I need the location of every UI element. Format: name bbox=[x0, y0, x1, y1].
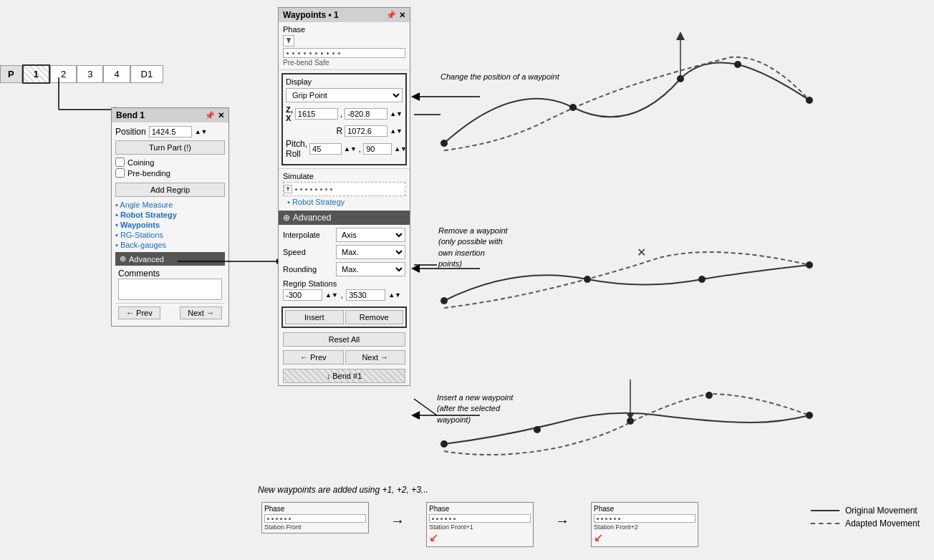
svg-point-15 bbox=[584, 276, 591, 283]
display-section: Display Grip Point Z, X , ▲▼ R ▲▼ Pitch,… bbox=[281, 73, 407, 165]
phase-arrow-1: → bbox=[390, 513, 405, 529]
insert-button[interactable]: Insert bbox=[285, 310, 344, 324]
close-icon-wp[interactable]: ✕ bbox=[399, 11, 405, 20]
svg-point-8 bbox=[734, 61, 741, 68]
diagram-change-waypoint bbox=[430, 21, 831, 193]
svg-point-25 bbox=[806, 412, 813, 419]
regrip-input1[interactable] bbox=[283, 289, 322, 301]
simulate-section: Simulate • Robot Strategy bbox=[279, 168, 410, 211]
reset-all-button[interactable]: Reset All bbox=[283, 332, 405, 347]
svg-text:✕: ✕ bbox=[637, 246, 646, 259]
prebending-label: Pre-bending bbox=[127, 169, 170, 178]
pitch-spinner[interactable]: ▲▼ bbox=[344, 145, 357, 153]
roll-input[interactable] bbox=[363, 143, 392, 155]
svg-point-17 bbox=[806, 261, 813, 269]
phase-slider[interactable] bbox=[283, 48, 405, 58]
advanced-label: Advanced bbox=[129, 255, 164, 264]
prebending-checkbox[interactable] bbox=[115, 168, 125, 178]
phase-mini-1: Phase Station Front bbox=[261, 502, 369, 534]
wp-nav-buttons: ← Prev Next → bbox=[279, 348, 410, 367]
close-icon[interactable]: ✕ bbox=[218, 111, 224, 120]
waypoints-to-panel-arrow bbox=[178, 254, 281, 269]
legend-dashed-line bbox=[811, 523, 839, 524]
roll-spinner[interactable]: ▲▼ bbox=[394, 145, 407, 153]
phase-mini-label-2: Station Front+1 bbox=[429, 523, 531, 531]
phase-dots bbox=[284, 52, 343, 54]
nav-step-d1[interactable]: D1 bbox=[130, 65, 164, 83]
bend-panel-title-bar: Bend 1 📌 ✕ bbox=[112, 108, 228, 122]
bend-panel-icons: 📌 ✕ bbox=[205, 111, 224, 120]
turn-part-button[interactable]: Turn Part (!) bbox=[115, 140, 225, 155]
svg-point-14 bbox=[440, 297, 448, 304]
waypoints-title-bar: Waypoints • 1 📌 ✕ bbox=[279, 8, 410, 22]
regrip-spinner2[interactable]: ▲▼ bbox=[388, 291, 401, 299]
zx-row: Z, X , ▲▼ bbox=[286, 105, 403, 122]
back-gauges-link[interactable]: • Back-gauges bbox=[115, 241, 225, 249]
add-regrip-button[interactable]: Add Regrip bbox=[115, 183, 225, 197]
speed-dropdown[interactable]: Max. bbox=[336, 245, 405, 259]
wp-next-button[interactable]: Next → bbox=[345, 350, 406, 365]
svg-point-24 bbox=[706, 392, 713, 399]
angle-measure-link[interactable]: • Angle Measure bbox=[115, 201, 225, 209]
pin-icon-wp[interactable]: 📌 bbox=[386, 11, 396, 20]
remove-waypoint-annotation: Remove a waypoint(only possible withown … bbox=[438, 226, 508, 270]
bend-selector-button[interactable]: ↓ Bend #1 bbox=[283, 369, 405, 383]
phase-mini-title-3: Phase bbox=[594, 505, 695, 513]
pitch-input[interactable] bbox=[309, 143, 342, 155]
r-spinner[interactable]: ▲▼ bbox=[390, 127, 403, 135]
phase-mini-title-2: Phase bbox=[429, 505, 531, 513]
waypoints-title: Waypoints • 1 bbox=[283, 10, 339, 20]
wp-prev-button[interactable]: ← Prev bbox=[283, 350, 344, 365]
advanced-circle-icon-wp: ⊕ bbox=[283, 213, 290, 223]
robot-strategy-link[interactable]: • Robot Strategy bbox=[115, 211, 225, 219]
position-input[interactable] bbox=[149, 126, 192, 137]
regrip-spinner1[interactable]: ▲▼ bbox=[325, 291, 338, 299]
phase-text: Pre-bend Safe bbox=[283, 59, 405, 67]
next-button[interactable]: Next → bbox=[180, 306, 222, 319]
robot-strategy-wp-link[interactable]: • Robot Strategy bbox=[283, 196, 405, 208]
prev-button[interactable]: ← Prev bbox=[118, 306, 160, 319]
svg-point-16 bbox=[698, 276, 706, 283]
svg-point-22 bbox=[534, 426, 541, 433]
interpolate-dropdown[interactable]: Axis bbox=[336, 228, 405, 242]
pin-icon[interactable]: 📌 bbox=[205, 111, 215, 120]
advanced-circle-icon: ⊕ bbox=[120, 254, 126, 264]
legend-original: Original Movement bbox=[811, 506, 920, 516]
rounding-row: Rounding Max. bbox=[283, 262, 405, 276]
coining-checkbox[interactable] bbox=[115, 158, 125, 167]
remove-button[interactable]: Remove bbox=[345, 310, 404, 324]
comments-area: Comments bbox=[115, 266, 225, 303]
advanced-section-wp[interactable]: ⊕ Advanced bbox=[279, 211, 410, 225]
legend-solid-line bbox=[811, 510, 839, 511]
bend-panel-title: Bend 1 bbox=[116, 110, 145, 120]
waypoints-panel: Waypoints • 1 📌 ✕ Phase Pre-bend Safe Di… bbox=[278, 7, 410, 386]
phase-mini-track-2 bbox=[429, 514, 531, 523]
z-input[interactable] bbox=[295, 108, 338, 120]
simulate-label: Simulate bbox=[283, 172, 405, 180]
p-label: P bbox=[0, 65, 22, 83]
r-input[interactable] bbox=[345, 125, 387, 137]
position-spinner[interactable]: ▲▼ bbox=[195, 128, 208, 135]
bottom-text: New waypoints are added using +1, +2, +3… bbox=[254, 481, 934, 498]
red-arrow-1: ↙ bbox=[429, 531, 531, 544]
simulate-dots bbox=[292, 188, 405, 190]
rg-stations-link[interactable]: • RG-Stations bbox=[115, 231, 225, 239]
phase-mini-track-3 bbox=[594, 514, 695, 523]
svg-point-9 bbox=[806, 97, 813, 104]
nav-step-1[interactable]: 1 bbox=[22, 64, 50, 84]
x-input[interactable] bbox=[345, 108, 387, 120]
grip-point-dropdown[interactable]: Grip Point bbox=[286, 88, 403, 102]
insert-remove-section: Insert Remove bbox=[281, 306, 407, 328]
insert-waypoint-annotation: Insert a new waypoint(after the selected… bbox=[437, 392, 513, 425]
regrip-input2[interactable] bbox=[346, 289, 385, 301]
phase-mini-label-1: Station Front bbox=[264, 523, 366, 531]
waypoints-link[interactable]: • Waypoints bbox=[115, 221, 225, 229]
x-spinner[interactable]: ▲▼ bbox=[390, 110, 403, 117]
phase-label: Phase bbox=[283, 25, 405, 34]
r-label: R bbox=[337, 126, 343, 136]
comments-input[interactable] bbox=[118, 279, 222, 300]
rounding-dropdown[interactable]: Max. bbox=[336, 262, 405, 276]
nav-to-bend-arrow bbox=[59, 77, 116, 113]
svg-point-5 bbox=[440, 140, 448, 147]
phase-mini-2: Phase Station Front+1 ↙ bbox=[426, 502, 534, 547]
